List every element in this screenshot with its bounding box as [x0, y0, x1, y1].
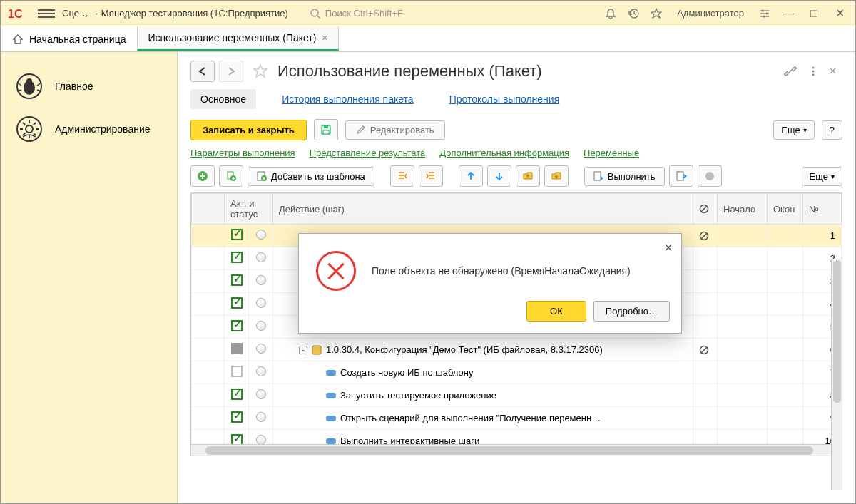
help-button[interactable]: ? [822, 120, 842, 140]
dialog-close-icon[interactable]: × [664, 240, 673, 256]
col-action-header[interactable]: Действие (шаг) [273, 194, 693, 225]
svg-rect-39 [677, 172, 683, 180]
add-button[interactable] [190, 165, 215, 187]
checkbox[interactable] [231, 434, 243, 444]
move-up-button[interactable] [459, 165, 483, 187]
search-input[interactable]: Поиск Ctrl+Shift+F [310, 8, 590, 19]
checkbox[interactable] [231, 229, 243, 240]
table-row[interactable]: -1.0.30.4, Конфигурация "Демо Тест" (ИБ … [192, 339, 842, 361]
settings-icon[interactable] [758, 7, 771, 20]
indent-right-button[interactable] [419, 165, 443, 187]
doc-tab[interactable]: Использование переменных (Пакет) × [137, 26, 338, 51]
checkbox[interactable] [231, 411, 243, 423]
dialog-ok-button[interactable]: ОК [526, 301, 586, 322]
edit-label: Редактировать [370, 125, 434, 135]
svg-line-47 [701, 347, 707, 353]
col-start-header[interactable]: Начало [718, 194, 768, 225]
svg-text:1С: 1С [8, 8, 23, 20]
export-button[interactable] [669, 165, 693, 187]
link-params[interactable]: Параметры выполнения [190, 148, 295, 158]
config-icon [312, 345, 322, 355]
svg-point-27 [812, 67, 815, 69]
status-icon [256, 230, 266, 240]
svg-point-28 [812, 71, 815, 73]
link-row: Параметры выполнения Представление резул… [190, 148, 842, 158]
svg-point-18 [26, 125, 33, 133]
title-bar: 1С Сце… - Менеджер тестирования (1С:Пред… [1, 1, 855, 26]
history-icon[interactable] [627, 7, 640, 20]
favorite-icon[interactable] [252, 63, 269, 80]
table-row[interactable]: Выполнить интерактивные шаги10 [192, 430, 842, 445]
sidebar-item-admin[interactable]: Администрирование [1, 108, 177, 150]
minimize-button[interactable]: — [778, 5, 798, 22]
execute-button[interactable]: Выполнить [584, 167, 665, 186]
section-tab-main[interactable]: Основное [190, 89, 256, 109]
add-template-label: Добавить из шаблона [271, 171, 365, 182]
save-close-button[interactable]: Записать и закрыть [190, 120, 307, 140]
table-row[interactable]: Создать новую ИБ по шаблону7 [192, 361, 842, 384]
col-blank[interactable] [192, 194, 225, 225]
edit-button[interactable]: Редактировать [345, 120, 445, 140]
add-template-button[interactable]: Добавить из шаблона [248, 167, 374, 186]
checkbox[interactable] [231, 389, 243, 400]
step-icon [326, 416, 336, 421]
nav-back-button[interactable] [190, 61, 215, 82]
bell-icon[interactable] [604, 7, 617, 20]
col-num-header[interactable]: № [803, 194, 842, 225]
col-act-header[interactable]: Акт. и статус [225, 194, 273, 225]
link-vars[interactable]: Переменные [584, 148, 639, 158]
sidebar-item-main[interactable]: Главное [1, 65, 177, 108]
dialog-details-button[interactable]: Подробно… [593, 301, 670, 322]
home-tab-label: Начальная страница [29, 34, 126, 45]
checkbox[interactable] [231, 320, 243, 331]
table-row[interactable]: Открыть сценарий для выполнения "Получен… [192, 407, 842, 430]
vertical-scrollbar[interactable] [831, 259, 842, 490]
header-right: × [784, 65, 842, 78]
folder-down-button[interactable] [544, 165, 569, 187]
save-button[interactable] [314, 119, 338, 140]
add-copy-button[interactable] [219, 165, 243, 187]
svg-point-9 [763, 15, 765, 17]
svg-point-1 [311, 9, 318, 16]
expand-icon[interactable]: - [299, 346, 307, 354]
tab-close-icon[interactable]: × [322, 32, 327, 43]
checkbox[interactable] [231, 252, 243, 263]
close-page-icon[interactable]: × [830, 65, 842, 78]
grid-more-button[interactable]: Еще▾ [802, 167, 842, 186]
stop-button[interactable] [698, 165, 722, 187]
link-result[interactable]: Представление результата [310, 148, 426, 158]
row-text: Создать новую ИБ по шаблону [340, 367, 473, 378]
close-button[interactable]: ✕ [830, 5, 850, 22]
row-text: Запустить тестируемое приложение [340, 390, 496, 401]
user-name[interactable]: Администратор [677, 8, 744, 19]
link-extra[interactable]: Дополнительная информация [439, 148, 569, 158]
svg-line-23 [23, 123, 25, 125]
svg-rect-32 [323, 130, 329, 134]
row-text: Выполнить интерактивные шаги [340, 436, 479, 444]
checkbox[interactable] [231, 297, 243, 309]
section-tab-history[interactable]: История выполнения пакета [272, 89, 423, 109]
link-icon[interactable] [784, 65, 797, 78]
col-ban-header[interactable] [693, 194, 718, 225]
nav-forward-button[interactable] [219, 61, 243, 82]
svg-line-42 [701, 206, 707, 212]
more-button[interactable]: Еще▾ [773, 120, 814, 140]
col-end-header[interactable]: Окон [768, 194, 803, 225]
folder-up-button[interactable] [516, 165, 540, 187]
status-icon [256, 275, 266, 285]
kebab-icon[interactable] [807, 65, 820, 78]
star-icon[interactable] [650, 7, 663, 20]
checkbox[interactable] [231, 366, 243, 377]
checkbox[interactable] [231, 343, 243, 354]
move-down-button[interactable] [487, 165, 511, 187]
horizontal-scrollbar[interactable] [191, 444, 842, 456]
table-row[interactable]: Запустить тестируемое приложение8 [192, 384, 842, 407]
section-tab-protocols[interactable]: Протоколы выполнения [439, 89, 570, 109]
checkbox[interactable] [231, 274, 243, 286]
maximize-button[interactable]: □ [804, 5, 824, 22]
execute-label: Выполнить [608, 171, 656, 182]
indent-left-button[interactable] [390, 165, 414, 187]
status-icon [256, 435, 266, 444]
home-tab[interactable]: Начальная страница [1, 26, 137, 51]
menu-icon[interactable] [38, 7, 55, 20]
